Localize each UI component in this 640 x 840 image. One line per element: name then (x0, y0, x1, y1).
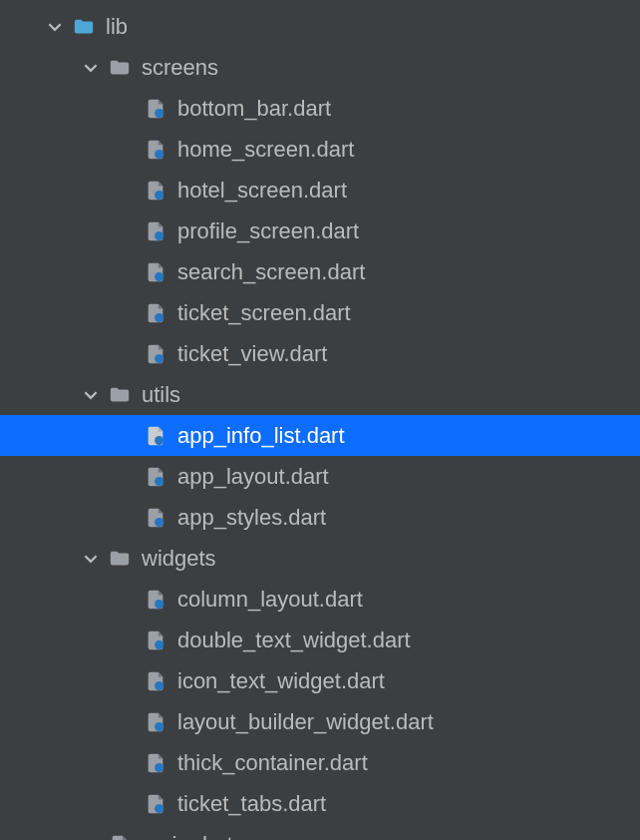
file-label: app_info_list.dart (177, 425, 345, 447)
svg-point-7 (155, 436, 163, 445)
dart-file-icon (144, 179, 167, 203)
file-label: ticket_screen.dart (177, 302, 351, 324)
file-label: home_screen.dart (177, 139, 354, 161)
dart-file-icon (108, 833, 132, 841)
tree-file[interactable]: ticket_screen.dart (0, 292, 640, 333)
svg-point-3 (155, 231, 163, 240)
dart-file-icon (144, 629, 167, 652)
svg-point-5 (155, 313, 163, 322)
file-label: layout_builder_widget.dart (177, 711, 434, 733)
folder-label: lib (106, 16, 128, 38)
folder-open-icon (72, 15, 96, 39)
svg-point-4 (155, 272, 163, 281)
folder-icon (108, 56, 132, 80)
dart-file-icon (144, 260, 167, 284)
svg-point-0 (155, 109, 163, 118)
folder-icon (108, 547, 132, 571)
file-label: bottom_bar.dart (177, 98, 331, 120)
folder-label: widgets (142, 548, 216, 570)
tree-folder-utils[interactable]: utils (0, 374, 640, 415)
tree-folder-widgets[interactable]: widgets (0, 538, 640, 579)
dart-file-icon (144, 219, 167, 243)
tree-file[interactable]: app_layout.dart (0, 456, 640, 497)
dart-file-icon (144, 588, 167, 612)
dart-file-icon (144, 138, 167, 162)
file-label: icon_text_widget.dart (177, 670, 385, 692)
tree-file[interactable]: home_screen.dart (0, 129, 640, 170)
svg-point-14 (155, 763, 163, 772)
file-label: app_layout.dart (177, 466, 329, 488)
dart-file-icon (144, 342, 167, 366)
dart-file-icon (144, 424, 167, 448)
chevron-down-icon (82, 386, 100, 404)
svg-point-10 (155, 600, 163, 609)
dart-file-icon (144, 506, 167, 530)
folder-label: utils (142, 384, 180, 406)
file-label: ticket_tabs.dart (177, 793, 326, 815)
file-label: ticket_view.dart (177, 343, 327, 365)
file-label: double_text_widget.dart (177, 630, 411, 651)
svg-point-13 (155, 722, 163, 731)
dart-file-icon (144, 710, 167, 734)
tree-file[interactable]: layout_builder_widget.dart (0, 701, 640, 742)
svg-point-11 (155, 640, 163, 649)
svg-point-8 (155, 477, 163, 486)
svg-point-12 (155, 681, 163, 690)
tree-file-main[interactable]: main.dart (0, 824, 640, 840)
tree-folder-lib[interactable]: lib (0, 6, 640, 47)
dart-file-icon (144, 792, 167, 816)
dart-file-icon (144, 301, 167, 325)
tree-file[interactable]: ticket_view.dart (0, 333, 640, 374)
tree-file[interactable]: ticket_tabs.dart (0, 783, 640, 824)
dart-file-icon (144, 751, 167, 775)
svg-point-9 (155, 518, 163, 527)
tree-file[interactable]: app_styles.dart (0, 497, 640, 538)
file-label: app_styles.dart (177, 507, 326, 529)
tree-file[interactable]: column_layout.dart (0, 579, 640, 620)
tree-file-selected[interactable]: app_info_list.dart (0, 415, 640, 456)
dart-file-icon (144, 97, 167, 121)
chevron-down-icon (82, 59, 100, 77)
file-label: thick_container.dart (177, 752, 368, 774)
svg-point-1 (155, 150, 163, 159)
chevron-down-icon (82, 550, 100, 568)
tree-file[interactable]: search_screen.dart (0, 251, 640, 292)
svg-point-6 (155, 354, 163, 363)
file-label: profile_screen.dart (177, 220, 359, 242)
folder-icon (108, 383, 132, 407)
svg-point-15 (155, 804, 163, 813)
file-label: column_layout.dart (177, 589, 363, 611)
file-label: hotel_screen.dart (177, 180, 347, 202)
file-label: main.dart (142, 834, 233, 841)
chevron-down-icon (46, 18, 64, 36)
dart-file-icon (144, 669, 167, 693)
tree-file[interactable]: icon_text_widget.dart (0, 660, 640, 701)
file-label: search_screen.dart (177, 261, 365, 283)
svg-point-2 (155, 191, 163, 200)
tree-file[interactable]: bottom_bar.dart (0, 88, 640, 129)
folder-label: screens (142, 57, 218, 79)
tree-file[interactable]: profile_screen.dart (0, 210, 640, 251)
tree-file[interactable]: double_text_widget.dart (0, 620, 640, 660)
dart-file-icon (144, 465, 167, 489)
tree-file[interactable]: hotel_screen.dart (0, 170, 640, 210)
tree-folder-screens[interactable]: screens (0, 47, 640, 88)
tree-file[interactable]: thick_container.dart (0, 742, 640, 783)
